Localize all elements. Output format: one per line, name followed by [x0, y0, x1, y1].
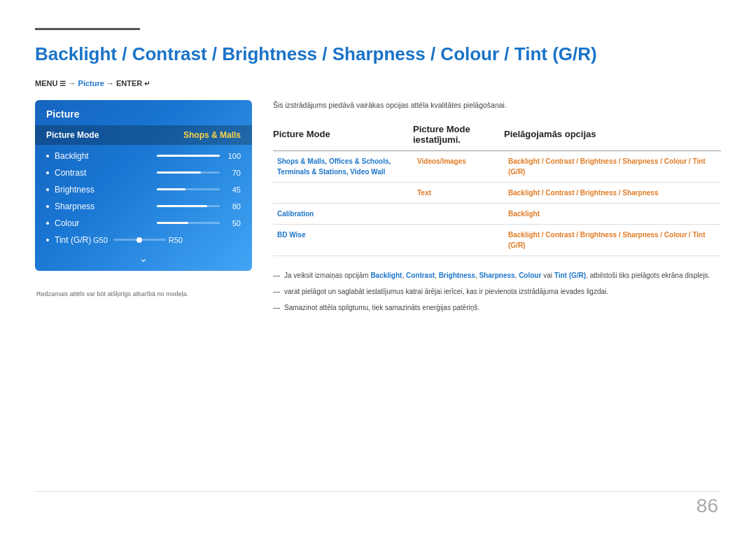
tint-label: Tint (G/R) — [55, 235, 93, 245]
contrast-track — [157, 171, 220, 174]
content-layout: Picture Picture Mode Shops & Malls Backl… — [35, 100, 721, 318]
brightness-fill — [157, 188, 186, 190]
brightness-track — [157, 188, 220, 190]
backlight-slider[interactable]: 100 — [157, 152, 241, 160]
page-number: 86 — [696, 495, 718, 517]
row2-setting: Text — [413, 182, 504, 203]
sharpness-item[interactable]: Sharpness 80 — [35, 198, 252, 215]
backlight-item[interactable]: Backlight 100 — [35, 148, 252, 164]
tint-dot — [46, 239, 49, 241]
brightness-slider[interactable]: 45 — [157, 185, 241, 194]
bullet-note-2: ― varat pielāgot un saglabāt iestatījumu… — [273, 286, 721, 297]
left-panel: Picture Picture Mode Shops & Malls Backl… — [35, 100, 252, 318]
left-panel-note: Redzamais attēls var būt atšķirīgs atkar… — [35, 290, 252, 297]
row1-options: Backlight / Contrast / Brightness / Shar… — [504, 150, 721, 182]
brightness-value: 45 — [224, 185, 241, 194]
sharpness-value: 80 — [224, 202, 241, 211]
contrast-value: 70 — [224, 169, 241, 177]
backlight-label: Backlight — [55, 151, 157, 161]
col-header-mode: Picture Mode — [273, 124, 413, 151]
menu-path-text: MENU ☰ → Picture → ENTER ↵ — [35, 79, 150, 87]
row4-options: Backlight / Contrast / Brightness / Shar… — [504, 224, 721, 255]
contrast-dot — [46, 171, 49, 174]
backlight-fill — [157, 155, 220, 157]
table-row: BD Wise Backlight / Contrast / Brightnes… — [273, 224, 721, 255]
col-header-options: Pielāgojamās opcijas — [504, 124, 721, 151]
sharpness-track — [157, 205, 220, 207]
sharpness-label: Sharpness — [55, 202, 157, 211]
picture-mode-value: Shops & Malls — [183, 130, 241, 140]
row3-options: Backlight — [504, 203, 721, 224]
chevron-row: ⌄ — [35, 248, 252, 265]
chevron-down-icon: ⌄ — [139, 253, 148, 264]
backlight-value: 100 — [224, 152, 241, 160]
picture-mode-row[interactable]: Picture Mode Shops & Malls — [35, 125, 252, 145]
bullet-note-2-text: varat pielāgot un saglabāt iestatījumus … — [284, 286, 608, 297]
tint-track-container: G50 R50 — [93, 236, 183, 244]
colour-fill — [157, 222, 188, 224]
top-decorative-line — [35, 28, 140, 30]
table-row: Text Backlight / Contrast / Brightness /… — [273, 182, 721, 203]
row3-setting — [413, 203, 504, 224]
row2-options: Backlight / Contrast / Brightness / Shar… — [504, 182, 721, 203]
sharpness-dot — [46, 205, 49, 208]
tint-item[interactable]: Tint (G/R) G50 R50 — [35, 232, 252, 248]
bottom-rule — [35, 491, 721, 492]
row1-mode: Shops & Malls, Offices & Schools, Termin… — [273, 150, 413, 182]
menu-path: MENU ☰ → Picture → ENTER ↵ — [35, 79, 721, 87]
sharpness-fill — [157, 205, 207, 207]
sharpness-slider[interactable]: 80 — [157, 202, 241, 211]
bullet-dash-2: ― — [273, 286, 280, 297]
colour-item[interactable]: Colour 50 — [35, 215, 252, 232]
page-title: Backlight / Contrast / Brightness / Shar… — [35, 43, 721, 66]
tint-g-label: G50 — [93, 236, 108, 244]
row2-mode — [273, 182, 413, 203]
contrast-item[interactable]: Contrast 70 — [35, 164, 252, 181]
tint-track — [113, 239, 166, 241]
row3-mode: Calibration — [273, 203, 413, 224]
info-table: Picture Mode Picture Mode iestatījumi. P… — [273, 124, 721, 256]
brightness-label: Brightness — [55, 185, 157, 195]
picture-mode-label: Picture Mode — [46, 130, 99, 140]
contrast-label: Contrast — [55, 168, 157, 178]
bullet-note-3-text: Samazinot attēla spilgtumu, tiek samazin… — [284, 302, 479, 313]
right-panel: Šis izstrādājums piedāvā vairākas opcija… — [273, 100, 721, 318]
tint-r-label: R50 — [169, 236, 183, 244]
colour-dot — [46, 222, 49, 225]
backlight-track — [157, 155, 220, 157]
table-row: Shops & Malls, Offices & Schools, Termin… — [273, 150, 721, 182]
colour-slider[interactable]: 50 — [157, 219, 241, 227]
bullet-note-1-text: Ja veiksit izmaiņas opcijām Backlight, C… — [284, 270, 710, 281]
table-row: Calibration Backlight — [273, 203, 721, 224]
picture-menu: Picture Picture Mode Shops & Malls Backl… — [35, 100, 252, 271]
intro-text: Šis izstrādājums piedāvā vairākas opcija… — [273, 100, 721, 111]
bullet-dash-3: ― — [273, 302, 280, 313]
colour-value: 50 — [224, 219, 241, 227]
colour-track — [157, 222, 220, 224]
contrast-slider[interactable]: 70 — [157, 169, 241, 177]
bullet-dash-1: ― — [273, 270, 280, 281]
tint-indicator — [136, 237, 142, 243]
brightness-dot — [46, 188, 49, 191]
row4-mode: BD Wise — [273, 224, 413, 255]
col-header-settings: Picture Mode iestatījumi. — [413, 124, 504, 151]
colour-label: Colour — [55, 218, 157, 228]
bullet-note-3: ― Samazinot attēla spilgtumu, tiek samaz… — [273, 302, 721, 313]
row4-setting — [413, 224, 504, 255]
backlight-dot — [46, 155, 49, 157]
picture-menu-title: Picture — [35, 108, 252, 125]
bullet-notes: ― Ja veiksit izmaiņas opcijām Backlight,… — [273, 270, 721, 313]
bullet-note-1: ― Ja veiksit izmaiņas opcijām Backlight,… — [273, 270, 721, 281]
contrast-fill — [157, 171, 201, 174]
row1-setting: Videos/Images — [413, 150, 504, 182]
brightness-item[interactable]: Brightness 45 — [35, 181, 252, 198]
page-container: Backlight / Contrast / Brightness / Shar… — [0, 0, 756, 534]
